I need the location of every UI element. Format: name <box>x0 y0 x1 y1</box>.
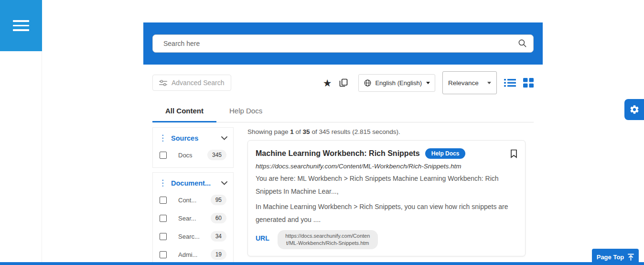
drag-handle-icon[interactable]: ⋮ <box>159 135 167 141</box>
facets-panel: ⋮ Sources Docs 345 <box>152 127 234 265</box>
checkbox[interactable] <box>160 152 167 159</box>
list-view-icon[interactable] <box>504 78 516 88</box>
results-summary: Showing page 1 of 35 of 345 results (2.8… <box>247 128 526 135</box>
facet-item-label: Docs <box>178 152 207 159</box>
sort-select[interactable]: Relevance <box>442 71 497 94</box>
search-icon[interactable] <box>518 39 527 48</box>
advanced-search-label: Advanced Search <box>172 79 225 87</box>
url-chip[interactable]: https://docs.searchunify.com/Content/ML-… <box>278 230 378 249</box>
result-source-badge: Help Docs <box>425 148 466 159</box>
sliders-icon <box>159 79 167 87</box>
search-header <box>143 22 543 65</box>
language-label: English (English) <box>375 79 422 87</box>
facet-count-badge: 60 <box>211 213 226 223</box>
settings-fab[interactable] <box>624 99 644 120</box>
hamburger-icon <box>13 17 29 34</box>
main-area: Advanced Search ★ <box>42 22 644 265</box>
chevron-down-icon <box>487 82 491 84</box>
language-selector[interactable]: English (English) <box>358 74 435 92</box>
grid-view-icon[interactable] <box>523 78 534 88</box>
favorites-star-icon[interactable]: ★ <box>323 78 332 88</box>
facet-item-label: Sear... <box>178 215 211 222</box>
facet-item-label: Searc... <box>178 233 211 240</box>
facet-item-label: Cont... <box>178 197 211 204</box>
facet-item: Admi... 19 <box>160 249 226 260</box>
facet-item: Searc... 34 <box>160 231 226 242</box>
facet-count-badge: 34 <box>211 231 226 242</box>
bottom-accent-bar <box>0 262 644 265</box>
facet-item-docs: Docs 345 <box>160 150 226 160</box>
chevron-down-icon <box>426 82 430 84</box>
checkbox[interactable] <box>160 197 167 204</box>
facet-count-badge: 345 <box>207 150 226 160</box>
result-snippet: You are here: ML Workbench > Rich Snippe… <box>256 172 517 198</box>
advanced-search-button[interactable]: Advanced Search <box>152 75 231 91</box>
chevron-down-icon[interactable] <box>221 181 227 185</box>
result-title[interactable]: Machine Learning Workbench: Rich Snippet… <box>256 149 420 158</box>
facet-title: Sources <box>171 134 217 142</box>
facet-item: Sear... 60 <box>160 213 226 223</box>
facet-group-sources: ⋮ Sources Docs 345 <box>152 127 234 168</box>
collapsed-sidebar <box>0 0 42 265</box>
saved-pages-icon[interactable] <box>339 78 348 88</box>
drag-handle-icon[interactable]: ⋮ <box>159 180 167 186</box>
facet-item-label: Admi... <box>178 251 211 258</box>
result-url-text: https://docs.searchunify.com/Content/ML-… <box>256 163 517 170</box>
tab-help-docs[interactable]: Help Docs <box>216 100 275 122</box>
facet-count-badge: 95 <box>211 195 226 205</box>
facet-group-document-type: ⋮ Document... Cont... 95 <box>152 172 234 265</box>
page-top-button[interactable]: Page Top <box>592 249 639 265</box>
url-label: URL <box>256 234 269 242</box>
bookmark-icon[interactable] <box>510 149 517 158</box>
facet-count-badge: 19 <box>211 249 226 260</box>
content-tabs: All Content Help Docs <box>152 100 534 122</box>
toolbar: Advanced Search ★ <box>152 71 534 95</box>
sort-label: Relevance <box>448 79 479 87</box>
menu-button[interactable] <box>0 0 42 51</box>
facet-item: Cont... 95 <box>160 195 226 205</box>
tab-all-content[interactable]: All Content <box>152 100 216 122</box>
globe-icon <box>364 79 372 87</box>
arrow-up-to-top-icon <box>628 254 634 261</box>
page-top-label: Page Top <box>597 254 624 261</box>
result-snippet: In Machine Learning Workbench > Rich Sni… <box>256 200 517 226</box>
facet-title: Document... <box>171 179 217 187</box>
results-panel: Showing page 1 of 35 of 345 results (2.8… <box>247 127 526 265</box>
result-card: Machine Learning Workbench: Rich Snippet… <box>247 140 526 256</box>
checkbox[interactable] <box>160 251 167 258</box>
search-input[interactable] <box>152 34 534 53</box>
checkbox[interactable] <box>160 215 167 222</box>
checkbox[interactable] <box>160 233 167 240</box>
gear-icon <box>629 104 640 115</box>
chevron-down-icon[interactable] <box>221 136 227 140</box>
